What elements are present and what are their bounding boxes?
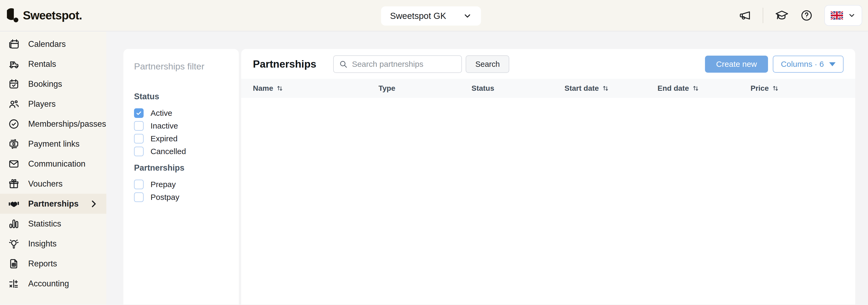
- filter-group: ActiveInactiveExpiredCancelled: [134, 108, 228, 156]
- checkbox-checked[interactable]: [134, 108, 144, 118]
- sidebar-item-vouchers[interactable]: Vouchers: [0, 174, 106, 194]
- uk-flag-icon: [831, 11, 843, 20]
- sidebar-item-accounting[interactable]: Accounting: [0, 274, 106, 294]
- sort-icon[interactable]: [772, 84, 779, 92]
- chevron-right-icon: [89, 199, 98, 209]
- sidebar-item-payment-links[interactable]: Payment links: [0, 134, 106, 154]
- language-selector[interactable]: [825, 5, 862, 26]
- calendar-icon: [8, 38, 20, 50]
- filter-panel: Partnerships filter StatusActiveInactive…: [123, 49, 239, 304]
- column-header-name[interactable]: Name: [253, 84, 378, 93]
- checkbox[interactable]: [134, 121, 144, 131]
- chevron-down-icon: [463, 11, 472, 21]
- checkbox[interactable]: [134, 147, 144, 156]
- sidebar-item-label: Vouchers: [28, 179, 62, 189]
- sidebar-item-bookings[interactable]: Bookings: [0, 74, 106, 94]
- table-body: [241, 98, 855, 304]
- sort-icon[interactable]: [602, 84, 609, 92]
- column-label: Start date: [565, 84, 599, 93]
- bar-chart-icon: [8, 218, 20, 230]
- checkbox-label: Prepay: [151, 180, 176, 189]
- users-icon: [8, 98, 20, 110]
- badge-check-icon: [8, 118, 20, 130]
- sidebar-item-label: Bookings: [28, 79, 62, 89]
- checkbox-label: Inactive: [151, 121, 178, 131]
- logo-text: Sweetspot.: [23, 9, 82, 22]
- top-bar: Sweetspot. Sweetspot GK: [0, 0, 868, 31]
- column-label: Name: [253, 84, 273, 93]
- filter-option-prepay[interactable]: Prepay: [134, 179, 228, 189]
- envelope-icon: [8, 158, 20, 170]
- column-header-type: Type: [378, 84, 471, 93]
- columns-dropdown-label: Columns · 6: [781, 60, 824, 69]
- chevron-down-icon: [848, 11, 856, 20]
- sort-icon[interactable]: [692, 84, 699, 92]
- column-label: Type: [378, 84, 395, 93]
- filter-panel-title: Partnerships filter: [134, 61, 228, 72]
- checkbox-label: Active: [151, 109, 172, 118]
- gift-icon: [8, 178, 20, 190]
- handshake-icon: [8, 198, 20, 210]
- sidebar-item-label: Partnerships: [28, 199, 79, 209]
- sidebar-item-label: Insights: [28, 239, 57, 249]
- sort-icon[interactable]: [276, 84, 283, 92]
- sidebar-item-statistics[interactable]: Statistics: [0, 214, 106, 234]
- sidebar-item-label: Communication: [28, 159, 85, 169]
- checkbox[interactable]: [134, 134, 144, 143]
- sidebar-item-insights[interactable]: Insights: [0, 234, 106, 254]
- column-label: Status: [471, 84, 494, 93]
- column-header-end-date[interactable]: End date: [657, 84, 750, 93]
- sidebar-item-label: Payment links: [28, 139, 80, 149]
- filter-sections: StatusActiveInactiveExpiredCancelledPart…: [134, 92, 228, 202]
- checkbox[interactable]: [134, 192, 144, 202]
- calendar-check-icon: [8, 78, 20, 90]
- search-input[interactable]: [352, 60, 456, 69]
- create-new-button[interactable]: Create new: [705, 56, 768, 73]
- sidebar-item-players[interactable]: Players: [0, 94, 106, 114]
- announcements-icon[interactable]: [739, 9, 751, 22]
- topbar-actions: [739, 0, 862, 31]
- checkbox-label: Postpay: [151, 193, 179, 202]
- document-icon: [8, 258, 20, 270]
- filter-group: PrepayPostpay: [134, 179, 228, 202]
- sidebar-item-label: Rentals: [28, 59, 56, 69]
- golf-cart-icon: [8, 58, 20, 70]
- column-label: Price: [750, 84, 769, 93]
- columns-dropdown[interactable]: Columns · 6: [773, 56, 843, 73]
- sidebar-item-partnerships[interactable]: Partnerships: [0, 194, 106, 214]
- payment-icon: [8, 138, 20, 150]
- sidebar-item-label: Players: [28, 99, 56, 109]
- venue-selector[interactable]: Sweetspot GK: [381, 6, 481, 26]
- main-panel: Partnerships Search Create new Columns ·…: [241, 49, 855, 304]
- checkbox[interactable]: [134, 179, 144, 189]
- search-button[interactable]: Search: [466, 55, 509, 73]
- sidebar-item-memberships-passes[interactable]: Memberships/passes: [0, 114, 106, 134]
- column-header-price[interactable]: Price: [750, 84, 843, 93]
- column-header-start-date[interactable]: Start date: [565, 84, 658, 93]
- filter-section-title: Partnerships: [134, 163, 228, 173]
- sidebar-item-rentals[interactable]: Rentals: [0, 54, 106, 74]
- table-header-row: NameTypeStatusStart dateEnd datePrice: [241, 79, 855, 98]
- sidebar-item-calendars[interactable]: Calendars: [0, 34, 106, 54]
- filter-option-expired[interactable]: Expired: [134, 134, 228, 143]
- sidebar-item-communication[interactable]: Communication: [0, 154, 106, 174]
- sidebar-item-reports[interactable]: Reports: [0, 254, 106, 274]
- caret-down-icon: [829, 62, 836, 66]
- sidebar-item-label: Accounting: [28, 279, 69, 288]
- column-header-status: Status: [471, 84, 565, 93]
- checkbox-label: Cancelled: [151, 147, 186, 156]
- logo: Sweetspot.: [0, 8, 82, 23]
- filter-option-postpay[interactable]: Postpay: [134, 192, 228, 202]
- filter-option-cancelled[interactable]: Cancelled: [134, 147, 228, 156]
- header-actions: Create new Columns · 6: [705, 56, 843, 73]
- filter-option-active[interactable]: Active: [134, 108, 228, 118]
- main-header: Partnerships Search Create new Columns ·…: [241, 49, 855, 79]
- lightbulb-icon: [8, 238, 20, 250]
- checkbox-label: Expired: [151, 134, 178, 143]
- help-icon[interactable]: [801, 9, 813, 22]
- topbar-divider: [763, 8, 763, 23]
- academy-icon[interactable]: [775, 8, 789, 22]
- filter-option-inactive[interactable]: Inactive: [134, 121, 228, 131]
- filter-section-title: Status: [134, 92, 228, 102]
- sidebar-item-label: Calendars: [28, 39, 66, 49]
